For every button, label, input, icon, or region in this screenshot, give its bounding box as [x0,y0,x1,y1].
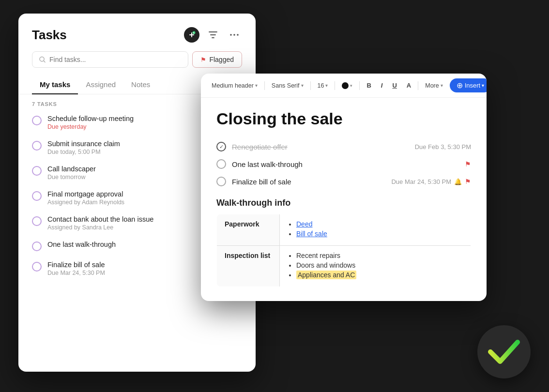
checkmark-icon [488,339,520,364]
task-checkbox[interactable] [32,141,42,151]
separator [359,81,360,90]
tasks-title: Tasks [32,28,67,43]
more-options-button[interactable] [227,27,242,43]
add-task-button[interactable]: 4 [184,27,199,43]
separator [264,81,265,90]
task-sub: Due Mar 24, 5:30 PM [47,270,217,276]
table-row: Inspection list Recent repairs Doors and… [217,246,471,287]
task-text: Renegotiate offer [232,143,288,151]
list-item: Bill of sale [296,230,463,238]
flag-icon: ⚑ [465,160,471,168]
underline-button[interactable]: U [389,80,399,90]
search-input-wrap[interactable] [32,51,188,68]
size-selector[interactable]: 16 [315,81,331,90]
svg-point-3 [230,34,232,36]
bullet-list: Deed Bill of sale [288,220,463,238]
header-icons: 4 [184,27,242,43]
svg-point-4 [233,34,235,36]
table-content: Recent repairs Doors and windows Applian… [280,246,471,287]
editor-content: Closing the sale Renegotiate offer Due F… [201,98,487,301]
table-content: Deed Bill of sale [280,214,471,246]
editor-panel: Medium header Sans Serif 16 ▾ B I U A Mo… [201,74,487,301]
separator [418,81,418,90]
search-bar: ⚑ Flagged [32,51,242,68]
color-picker[interactable]: ▾ [339,81,355,90]
flagged-filter-button[interactable]: ⚑ Flagged [192,51,242,68]
task-sub: Due tomorrow [47,174,226,181]
tab-notes[interactable]: Notes [123,75,158,94]
section-heading: Walk-through info [216,198,471,208]
editor-task-row[interactable]: One last walk-through ⚑ [216,155,471,173]
task-due: Due Mar 24, 5:30 PM 🔔 ⚑ [391,178,471,185]
editor-task-row[interactable]: Finalize bill of sale Due Mar 24, 5:30 P… [216,173,471,190]
more-button[interactable]: More [422,81,445,90]
tasks-header: Tasks 4 [18,14,256,43]
bell-icon: 🔔 [454,178,462,185]
info-table: Paperwork Deed Bill of sale Insp [216,214,471,287]
flag-icon: ⚑ [200,56,206,63]
paperwork-link-deed[interactable]: Deed [296,220,312,228]
checkmark-badge [477,325,531,378]
tab-assigned[interactable]: Assigned [78,75,123,94]
task-circle-done[interactable] [216,142,226,151]
task-checkbox[interactable] [32,116,42,125]
format-selector[interactable]: Medium header [209,81,260,90]
editor-title: Closing the sale [216,109,471,128]
separator [310,81,311,90]
svg-text:4: 4 [193,31,195,34]
editor-toolbar: Medium header Sans Serif 16 ▾ B I U A Mo… [201,74,487,98]
list-item: Recent repairs [296,252,463,259]
task-content: Call landscaper Due tomorrow [47,165,226,181]
flag-icon: ⚑ [465,178,471,185]
search-input[interactable] [49,56,181,63]
flagged-label: Flagged [209,56,234,63]
italic-button[interactable]: I [378,80,386,90]
task-circle[interactable] [216,177,226,186]
list-item: Deed [296,220,463,228]
task-checkbox[interactable] [32,216,42,226]
separator [335,81,335,90]
table-label: Inspection list [217,246,280,287]
task-name: Call landscaper [47,165,226,173]
font-selector[interactable]: Sans Serif [269,81,306,90]
chevron-down-icon: ▾ [350,83,352,88]
table-label: Paperwork [217,214,280,246]
editor-task-row[interactable]: Renegotiate offer Due Feb 3, 5:30 PM [216,138,471,155]
search-icon [39,56,46,63]
filter-button[interactable] [205,27,221,43]
task-checkbox[interactable] [32,241,42,251]
paperwork-link-bill[interactable]: Bill of sale [296,230,327,238]
task-checkbox[interactable] [32,166,42,176]
tab-my-tasks[interactable]: My tasks [32,75,78,94]
list-item: Appliances and AC [296,271,463,279]
task-circle[interactable] [216,159,226,169]
highlighted-item: Appliances and AC [296,271,356,279]
task-content: Finalize bill of sale Due Mar 24, 5:30 P… [47,261,217,276]
task-text: Finalize bill of sale [232,178,291,186]
task-due: ⚑ [465,160,471,168]
color-dot [342,82,349,89]
task-name: Finalize bill of sale [47,261,217,269]
format-label: Medium header [212,82,254,89]
task-checkbox[interactable] [32,262,42,271]
task-due: Due Feb 3, 5:30 PM [415,143,471,151]
list-item: Doors and windows [296,261,463,269]
bold-button[interactable]: B [364,80,374,90]
table-row: Paperwork Deed Bill of sale [217,214,471,246]
insert-button[interactable]: ⊕ Insert ▾ [450,78,487,92]
svg-point-5 [237,34,239,36]
text-color-button[interactable]: A [404,80,414,90]
size-label: 16 [318,82,324,89]
task-checkbox[interactable] [32,191,42,201]
bullet-list: Recent repairs Doors and windows Applian… [288,252,463,279]
task-text: One last walk-through [232,160,303,168]
font-label: Sans Serif [272,82,300,89]
